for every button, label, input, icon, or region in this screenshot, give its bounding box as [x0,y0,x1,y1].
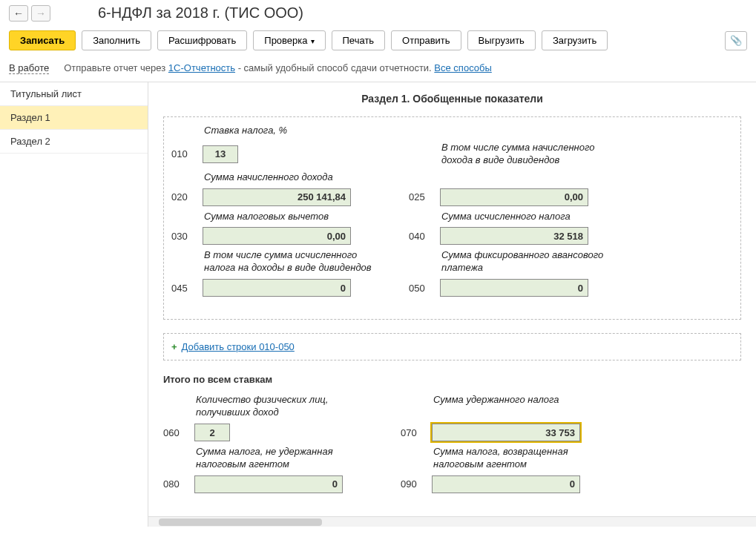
forward-button[interactable]: → [31,5,50,22]
state-link[interactable]: В работе [9,62,49,74]
import-button[interactable]: Загрузить [542,30,608,50]
export-button[interactable]: Выгрузить [467,30,536,50]
print-button[interactable]: Печать [332,30,386,50]
check-button[interactable]: Проверка▾ [253,30,325,50]
field-010[interactable]: 13 [203,145,238,163]
field-070[interactable]: 33 753 [432,424,580,441]
page-title: 6-НДФЛ за 2018 г. (ТИС ООО) [98,4,303,22]
row-060: 060 2 [163,424,378,441]
content: Раздел 1. Обобщенные показатели Ставка н… [148,82,756,527]
row-010: 010 13 [171,142,387,167]
label-070: Сумма удержанного налога [401,394,616,419]
field-090[interactable]: 0 [432,475,580,493]
decrypt-button[interactable]: Расшифровать [157,30,247,50]
attach-button[interactable]: 📎 [725,31,747,50]
rate-label: Ставка налога, % [171,125,387,137]
add-rows-link[interactable]: Добавить строки 010-050 [182,341,295,352]
scrollbar-thumb[interactable] [159,518,322,526]
label-020: Сумма начисленного дохода [171,171,387,184]
row-040: 040 32 518 [409,227,624,245]
field-030[interactable]: 0,00 [203,227,351,245]
label-060: Количество физических лиц, получивших до… [163,394,378,419]
horizontal-scrollbar[interactable] [148,516,756,527]
label-090: Сумма налога, возвращенная налоговым аге… [401,446,616,471]
send-button[interactable]: Отправить [391,30,461,50]
label-045: В том числе сумма исчисленного налога на… [171,249,387,274]
sidebar: Титульный лист Раздел 1 Раздел 2 [0,82,148,527]
sidebar-item-section-1[interactable]: Раздел 1 [0,106,148,130]
row-030: 030 0,00 [171,227,387,245]
plus-icon: + [171,341,177,352]
label-030: Сумма налоговых вычетов [171,211,387,223]
all-ways-link[interactable]: Все способы [434,62,491,73]
label-080: Сумма налога, не удержанная налоговым аг… [163,446,378,471]
field-040[interactable]: 32 518 [440,227,588,245]
field-050[interactable]: 0 [440,279,588,297]
row-020: 020 250 141,84 [171,188,387,206]
sidebar-item-title-page[interactable]: Титульный лист [0,82,148,106]
field-020[interactable]: 250 141,84 [203,188,351,206]
row-070: 070 33 753 [401,424,616,441]
status-hint: Отправьте отчет через 1С-Отчетность - са… [64,62,492,73]
field-025[interactable]: 0,00 [440,188,588,206]
paperclip-icon: 📎 [730,35,742,46]
field-045[interactable]: 0 [203,279,351,297]
label-040: Сумма исчисленного налога [409,211,624,223]
row-050: 050 0 [409,279,624,297]
field-060[interactable]: 2 [194,424,230,441]
fill-button[interactable]: Заполнить [82,30,151,50]
label-025: В том числе сумма начисленного дохода в … [409,142,624,167]
save-button[interactable]: Записать [9,30,76,50]
sidebar-item-section-2[interactable]: Раздел 2 [0,130,148,154]
chevron-down-icon: ▾ [311,37,315,45]
reporting-link[interactable]: 1С-Отчетность [168,62,235,73]
totals-title: Итого по всем ставкам [163,374,741,385]
label-050: Сумма фиксированного авансового платежа [409,249,624,274]
field-080[interactable]: 0 [194,475,343,493]
row-090: 090 0 [401,475,616,493]
back-button[interactable]: ← [9,5,28,22]
row-045: 045 0 [171,279,387,297]
row-080: 080 0 [163,475,378,493]
row-025: 025 0,00 [409,188,624,206]
section-title: Раздел 1. Обобщенные показатели [163,90,741,116]
